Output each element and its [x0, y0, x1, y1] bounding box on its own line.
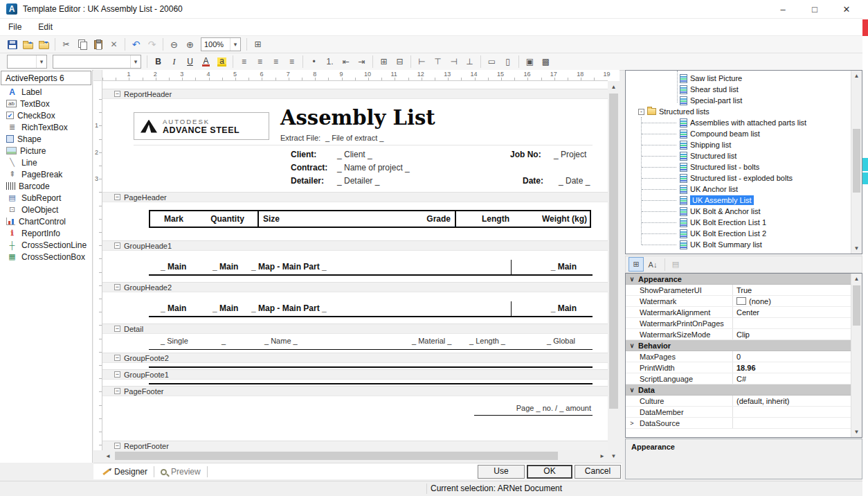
property-value[interactable]	[733, 407, 851, 417]
property-pages-button[interactable]: ▤	[668, 257, 683, 272]
property-value[interactable]: 18.96	[733, 362, 851, 373]
property-datamember[interactable]: DataMember	[626, 407, 851, 418]
section-bar-groupfooter2[interactable]: GroupFoote2	[102, 353, 608, 363]
numbering-button[interactable]: 1.	[322, 55, 338, 69]
job-no-field[interactable]: _ Project	[554, 150, 586, 159]
property-value[interactable]: (default, inherit)	[733, 396, 851, 406]
grid-toggle-button[interactable]: ⊞	[250, 37, 266, 52]
send-to-back-button[interactable]: ▩	[538, 55, 554, 69]
scroll-right-icon[interactable]: ►	[597, 450, 608, 461]
detail-underscore-field[interactable]: _	[221, 337, 226, 345]
collapse-icon[interactable]: -	[638, 109, 644, 115]
section-bar-reportfooter[interactable]: ReportFooter	[102, 441, 608, 450]
property-maxpages[interactable]: MaxPages0	[626, 351, 851, 362]
align-left-button[interactable]: ≡	[236, 55, 252, 69]
column-header-length[interactable]: Length	[458, 211, 509, 227]
decrease-indent-button[interactable]: ⇤	[338, 55, 354, 69]
column-header-mark[interactable]: Mark	[150, 211, 197, 227]
tree-scrollbar[interactable]: ▲ ▼	[851, 71, 862, 254]
align-justify-button[interactable]: ≡	[284, 55, 300, 69]
property-printwidth[interactable]: PrintWidth18.96	[626, 362, 851, 373]
undo-button[interactable]: ↶	[128, 37, 144, 52]
property-watermarksizemode[interactable]: WatermarkSizeModeClip	[626, 329, 851, 340]
save-button[interactable]	[4, 37, 20, 52]
redo-button[interactable]: ↷	[144, 37, 160, 52]
scrollbar-thumb[interactable]	[853, 285, 860, 326]
detail-length-field[interactable]: _ Length _	[469, 337, 505, 345]
tree-item-structured-lists[interactable]: -Structured lists	[626, 106, 851, 117]
extract-file-field[interactable]: _ File of extract _	[325, 134, 383, 142]
toolbox-item-crosssectionbox[interactable]: ▦CrossSectionBox	[0, 251, 92, 263]
contract-field[interactable]: _ Name of project _	[337, 163, 410, 172]
tree-item-uk-bolt-anchor-list[interactable]: UK Bolt & Anchor list	[626, 206, 851, 217]
column-header-weight[interactable]: Weight (kg)	[509, 211, 587, 227]
zoom-out-button[interactable]: ⊖	[166, 37, 182, 52]
collapse-icon[interactable]	[114, 326, 120, 332]
gh2-main-field-3[interactable]: _ Main	[518, 303, 577, 313]
date-field[interactable]: _ Date _	[559, 176, 590, 186]
same-width-button[interactable]: ▭	[484, 55, 500, 69]
toolbox-item-barcode[interactable]: Barcode	[0, 180, 92, 192]
property-watermarkalignment[interactable]: WatermarkAlignmentCenter	[626, 307, 851, 318]
tree-item-shear-stud-list[interactable]: Shear stud list	[626, 84, 851, 95]
collapse-icon[interactable]	[114, 388, 120, 394]
tree-item-uk-anchor-list[interactable]: UK Anchor list	[626, 184, 851, 195]
property-value[interactable]: C#	[733, 373, 851, 384]
section-bar-groupheader2[interactable]: GroupHeade2	[102, 282, 608, 292]
gh1-map-main-part-field[interactable]: _ Map - Main Part _	[251, 262, 327, 272]
property-category-behavior[interactable]: ∨Behavior	[626, 340, 851, 351]
section-bar-groupfooter1[interactable]: GroupFoote1	[102, 369, 608, 380]
maximize-button[interactable]: □	[799, 0, 831, 18]
job-no-label[interactable]: Job No:	[510, 150, 541, 159]
toolbox-item-chartcontrol[interactable]: ChartControl	[0, 215, 92, 227]
scrollbar-thumb[interactable]	[853, 129, 860, 193]
section-bar-detail[interactable]: Detail	[102, 324, 608, 334]
toolbox-item-picture[interactable]: Picture	[0, 145, 92, 157]
column-header-grade[interactable]: Grade	[358, 211, 451, 227]
chevron-down-icon[interactable]: ▾	[130, 55, 141, 68]
collapse-icon[interactable]	[114, 371, 120, 378]
underline-button[interactable]: U	[182, 55, 198, 69]
property-category-data[interactable]: ∨Data	[626, 384, 851, 396]
collapse-icon[interactable]	[114, 443, 120, 449]
gh2-main-field-2[interactable]: _ Main	[213, 303, 238, 313]
advance-steel-logo[interactable]: AUTODESK ADVANCE STEEL	[134, 112, 269, 140]
tree-item-shipping-list[interactable]: Shipping list	[626, 139, 851, 150]
property-culture[interactable]: Culture(default, inherit)	[626, 396, 851, 407]
column-header-quantity[interactable]: Quantity	[197, 211, 257, 227]
show-grid-button[interactable]: ⊞	[376, 55, 392, 69]
chevron-down-icon[interactable]: ▾	[230, 38, 240, 51]
toolbox-item-crosssectionline[interactable]: ┼CrossSectionLine	[0, 239, 92, 251]
detail-name-field[interactable]: _ Name _	[264, 337, 298, 345]
client-label[interactable]: Client:	[291, 150, 316, 159]
menu-file[interactable]: File	[0, 20, 30, 34]
gh2-main-field-1[interactable]: _ Main	[161, 303, 186, 313]
toolbox-item-oleobject[interactable]: ⊡OleObject	[0, 204, 92, 215]
scroll-down-icon[interactable]: ▼	[608, 450, 620, 461]
scrollbar-thumb[interactable]	[609, 94, 618, 409]
property-value[interactable]	[733, 418, 851, 428]
toolbox-item-subreport[interactable]: ▤SubReport	[0, 192, 92, 204]
tree-item-uk-assembly-list[interactable]: UK Assembly List	[626, 195, 851, 206]
align-centers-button[interactable]: ⊤	[430, 55, 446, 69]
report-canvas[interactable]: ReportHeader PageHeader GroupHeade1 Grou…	[102, 81, 608, 450]
tree-item-uk-bolt-erection-list-2[interactable]: UK Bolt Erection List 2	[626, 228, 851, 239]
property-value[interactable]: 0	[733, 351, 851, 362]
gh1-main-field-2[interactable]: _ Main	[213, 262, 238, 272]
align-right-button[interactable]: ≡	[268, 55, 284, 69]
italic-button[interactable]: I	[166, 55, 182, 69]
export-template-button[interactable]	[36, 37, 52, 52]
scroll-down-icon[interactable]: ▼	[851, 427, 862, 437]
font-combo[interactable]: ▾	[53, 55, 141, 69]
toolbox-item-richtextbox[interactable]: ≣RichTextBox	[0, 121, 92, 133]
tree-item-structured-list-bolts[interactable]: Structured list - bolts	[626, 161, 851, 172]
extract-file-label[interactable]: Extract File:	[280, 134, 320, 142]
collapse-icon[interactable]	[114, 242, 120, 249]
bring-to-front-button[interactable]: ▣	[522, 55, 538, 69]
column-header-size[interactable]: Size	[263, 211, 280, 227]
tab-preview[interactable]: Preview	[154, 467, 207, 477]
property-category-appearance[interactable]: ∨Appearance	[626, 274, 851, 285]
zoom-combo[interactable]: 100%▾	[201, 37, 241, 51]
scroll-down-icon[interactable]: ▼	[851, 243, 862, 254]
toolbox-item-shape[interactable]: Shape	[0, 133, 92, 145]
